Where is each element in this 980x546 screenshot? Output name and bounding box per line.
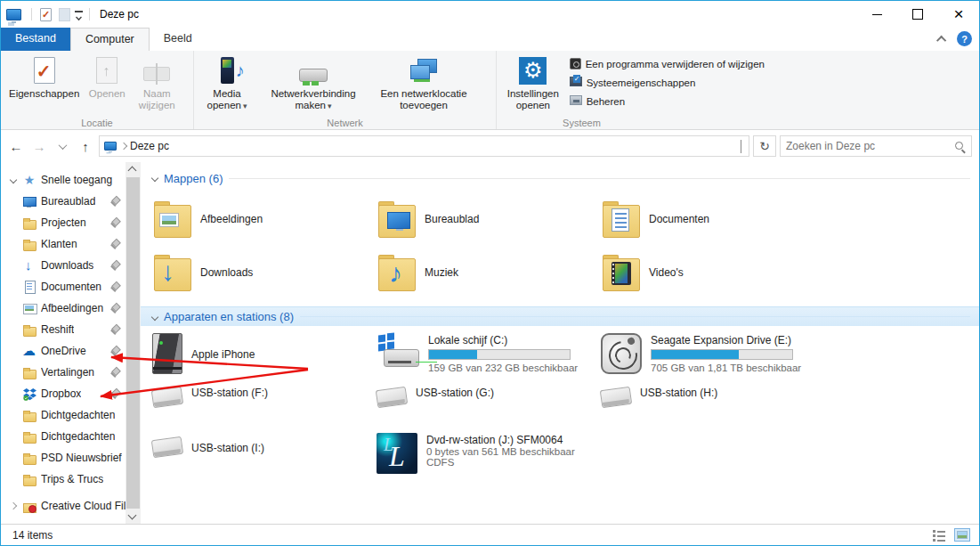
netwerkverbinding-maken-button[interactable]: Netwerkverbinding maken (256, 53, 370, 115)
section-header-apparaten[interactable]: Apparaten en stations (8) (141, 306, 979, 326)
folder-tile-bureaublad[interactable]: Bureaublad (377, 192, 601, 246)
pin-icon (110, 282, 120, 292)
folder-tile-videos[interactable]: Video's (601, 246, 825, 299)
tab-beeld[interactable]: Beeld (150, 28, 207, 51)
qat-properties-icon[interactable] (40, 8, 52, 21)
ribbon-group-label: Locatie (1, 118, 193, 128)
qat-new-folder-icon[interactable] (59, 8, 70, 21)
folder-tile-afbeeldingen[interactable]: Afbeeldingen (152, 192, 377, 246)
qat-customize-dropdown-icon[interactable] (74, 9, 85, 20)
device-tile-dvd-j[interactable]: LL Dvd-rw-station (J:) SFM0064 0 bytes v… (377, 433, 601, 474)
breadcrumb[interactable]: Deze pc (130, 140, 169, 152)
address-bar[interactable]: Deze pc (99, 135, 749, 157)
sidebar-item-dropbox[interactable]: Dropbox (1, 383, 126, 404)
sidebar-item-projecten[interactable]: Projecten (1, 212, 126, 233)
netwerklocatie-toevoegen-button[interactable]: Een netwerklocatie toevoegen (370, 53, 477, 114)
sidebar-item-reshift[interactable]: Reshift (1, 319, 126, 340)
search-icon[interactable] (954, 141, 966, 152)
search-box[interactable] (780, 135, 972, 157)
sidebar-item-dichtgedachten-2[interactable]: Dichtgedachten (1, 426, 126, 447)
sidebar-scrollbar[interactable] (126, 162, 141, 524)
device-tile-usb-g[interactable]: USB-station (G:) (377, 383, 601, 424)
folder-tile-muziek[interactable]: Muziek (377, 246, 601, 299)
sidebar-item-vertalingen[interactable]: Vertalingen (1, 362, 126, 383)
sidebar-item-bureaublad[interactable]: Bureaublad (1, 191, 126, 212)
recent-locations-icon[interactable] (53, 136, 72, 156)
close-button[interactable] (938, 1, 979, 28)
sidebar-item-afbeeldingen[interactable]: Afbeeldingen (1, 297, 126, 319)
search-input[interactable] (786, 140, 954, 152)
chevron-down-icon[interactable] (151, 313, 158, 320)
navigation-pane: ★ Snelle toegang Bureaublad Projecten Kl… (1, 162, 126, 524)
folder-tile-documenten[interactable]: Documenten (601, 192, 825, 246)
system-properties-button[interactable]: Systeemeigenschappen (570, 75, 765, 90)
chevron-right-icon[interactable] (10, 502, 17, 509)
up-icon[interactable]: ↑ (76, 136, 95, 156)
desktop-icon (22, 194, 36, 208)
sidebar-item-psd-nieuwsbrief[interactable]: PSD Nieuwsbrief (1, 447, 126, 469)
sidebar-item-documenten[interactable]: Documenten (1, 276, 126, 297)
sidebar-item-creative-cloud[interactable]: Creative Cloud Fil (1, 495, 126, 517)
minimize-ribbon-icon[interactable] (936, 35, 946, 45)
scroll-up-icon[interactable] (128, 167, 137, 175)
rename-icon (143, 55, 170, 86)
refresh-icon[interactable] (753, 135, 776, 157)
device-tile-apple-iphone[interactable]: Apple iPhone (152, 333, 377, 374)
sidebar-item-dichtgedachten-1[interactable]: Dichtgedachten (1, 404, 126, 426)
device-tile-usb-f[interactable]: USB-station (F:) (152, 383, 377, 424)
manage-icon (570, 95, 582, 105)
file-list: Mappen (6) Afbeeldingen Bureaublad Docum… (141, 162, 979, 524)
folder-tile-downloads[interactable]: Downloads (152, 246, 377, 299)
scroll-down-icon[interactable] (128, 511, 137, 520)
this-pc-mini-icon (104, 142, 117, 151)
minimize-button[interactable] (856, 1, 897, 28)
settings-gear-icon (519, 55, 547, 86)
folder-icon (22, 408, 36, 422)
pictures-icon (22, 301, 36, 315)
folder-icon (22, 472, 36, 486)
uninstall-program-button[interactable]: Een programma verwijderen of wijzigen (570, 56, 765, 71)
sidebar-item-onedrive[interactable]: OneDrive (1, 340, 126, 362)
system-command-list: Een programma verwijderen of wijzigen Sy… (566, 53, 770, 109)
downloads-icon (22, 258, 36, 273)
maximize-button[interactable] (897, 1, 938, 28)
add-network-location-icon (410, 55, 437, 86)
details-view-icon[interactable] (931, 528, 947, 542)
uninstall-program-icon (570, 58, 581, 69)
help-icon[interactable]: ? (957, 31, 972, 46)
sidebar-item-klanten[interactable]: Klanten (1, 233, 126, 255)
ribbon-tab-bar: Bestand Computer Beeld ? (1, 28, 979, 51)
scrollbar-thumb[interactable] (126, 177, 140, 509)
properties-icon (34, 55, 55, 86)
item-count: 14 items (12, 529, 53, 542)
breadcrumb-chevron-icon[interactable] (120, 143, 127, 150)
map-network-drive-icon (299, 55, 328, 86)
ribbon: Eigenschappen Openen Naam wijzigen Locat… (1, 51, 979, 130)
chevron-down-icon[interactable] (10, 176, 17, 183)
device-tile-usb-h[interactable]: USB-station (H:) (601, 383, 825, 424)
chevron-down-icon[interactable] (151, 175, 158, 182)
back-icon[interactable]: ← (6, 136, 26, 156)
sidebar-item-downloads[interactable]: Downloads (1, 255, 126, 276)
tab-computer[interactable]: Computer (70, 28, 150, 51)
address-dropdown-icon[interactable] (735, 140, 747, 152)
quick-access-star-icon: ★ (20, 173, 38, 187)
eigenschappen-button[interactable]: Eigenschappen (4, 53, 84, 102)
large-icons-view-icon[interactable] (954, 528, 970, 542)
device-tile-usb-i[interactable]: USB-station (I:) (152, 433, 377, 474)
media-openen-button[interactable]: Media openen (198, 53, 256, 115)
instellingen-openen-button[interactable]: Instellingen openen (500, 53, 566, 114)
section-header-mappen[interactable]: Mappen (6) (152, 169, 979, 187)
openen-button: Openen (84, 53, 130, 102)
device-tile-lokale-schijf-c[interactable]: Lokale schijf (C:) 159 GB van 232 GB bes… (377, 333, 601, 374)
device-tile-seagate-e[interactable]: Seagate Expansion Drive (E:) 705 GB van … (601, 333, 825, 374)
manage-button[interactable]: Beheren (570, 94, 765, 109)
sidebar-item-trips-trucs[interactable]: Trips & Trucs (1, 469, 126, 490)
desktop-folder-icon (377, 201, 416, 237)
onedrive-icon (22, 344, 36, 358)
tab-bestand[interactable]: Bestand (1, 28, 70, 51)
sidebar-item-snelle-toegang[interactable]: ★ Snelle toegang (1, 169, 126, 191)
videos-folder-icon (601, 255, 640, 290)
divider (89, 8, 90, 20)
folder-icon (22, 365, 36, 379)
